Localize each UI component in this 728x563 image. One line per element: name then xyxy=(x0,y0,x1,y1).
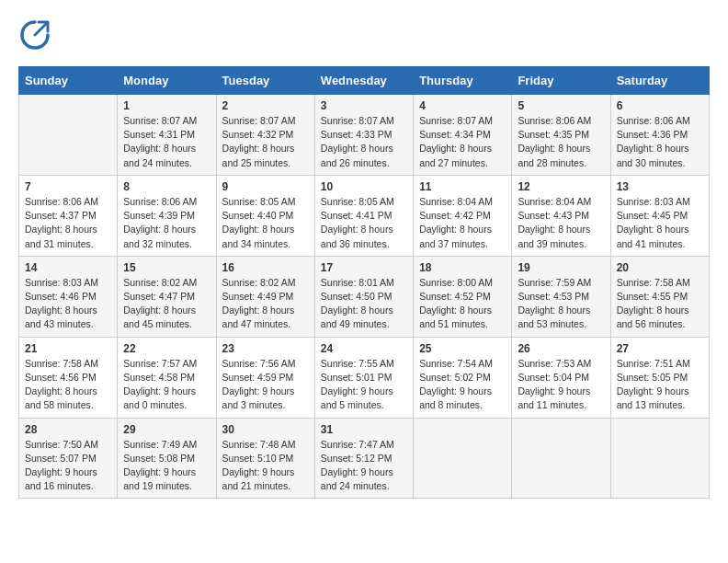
calendar-week-row: 14Sunrise: 8:03 AM Sunset: 4:46 PM Dayli… xyxy=(19,256,710,337)
day-number: 14 xyxy=(25,261,111,274)
day-number: 3 xyxy=(321,99,407,112)
calendar-cell: 18Sunrise: 8:00 AM Sunset: 4:52 PM Dayli… xyxy=(414,256,512,337)
logo xyxy=(18,18,55,52)
day-number: 5 xyxy=(518,99,604,112)
calendar-cell: 6Sunrise: 8:06 AM Sunset: 4:36 PM Daylig… xyxy=(610,95,709,176)
day-info: Sunrise: 8:06 AM Sunset: 4:36 PM Dayligh… xyxy=(617,114,703,170)
day-number: 22 xyxy=(123,342,210,355)
calendar-cell xyxy=(610,418,709,499)
day-info: Sunrise: 7:49 AM Sunset: 5:08 PM Dayligh… xyxy=(123,438,210,494)
weekday-header-row: SundayMondayTuesdayWednesdayThursdayFrid… xyxy=(19,67,710,95)
calendar-week-row: 1Sunrise: 8:07 AM Sunset: 4:31 PM Daylig… xyxy=(19,95,710,176)
day-number: 17 xyxy=(321,261,407,274)
calendar-cell: 26Sunrise: 7:53 AM Sunset: 5:04 PM Dayli… xyxy=(512,337,610,418)
day-number: 11 xyxy=(419,180,506,193)
calendar-cell: 27Sunrise: 7:51 AM Sunset: 5:05 PM Dayli… xyxy=(610,337,709,418)
weekday-header-tuesday: Tuesday xyxy=(216,67,314,95)
weekday-header-thursday: Thursday xyxy=(414,67,512,95)
day-number: 1 xyxy=(123,99,210,112)
day-info: Sunrise: 7:47 AM Sunset: 5:12 PM Dayligh… xyxy=(321,438,407,494)
calendar-cell: 8Sunrise: 8:06 AM Sunset: 4:39 PM Daylig… xyxy=(118,175,216,256)
calendar-cell: 22Sunrise: 7:57 AM Sunset: 4:58 PM Dayli… xyxy=(118,337,216,418)
day-number: 13 xyxy=(617,180,703,193)
calendar-cell: 20Sunrise: 7:58 AM Sunset: 4:55 PM Dayli… xyxy=(610,256,709,337)
day-info: Sunrise: 8:07 AM Sunset: 4:32 PM Dayligh… xyxy=(222,114,309,170)
day-number: 9 xyxy=(222,180,309,193)
calendar-cell: 9Sunrise: 8:05 AM Sunset: 4:40 PM Daylig… xyxy=(216,175,314,256)
day-number: 7 xyxy=(25,180,111,193)
day-info: Sunrise: 8:02 AM Sunset: 4:47 PM Dayligh… xyxy=(123,276,210,332)
day-info: Sunrise: 7:58 AM Sunset: 4:56 PM Dayligh… xyxy=(25,357,111,413)
page-header xyxy=(18,18,710,52)
calendar-cell: 11Sunrise: 8:04 AM Sunset: 4:42 PM Dayli… xyxy=(414,175,512,256)
weekday-header-monday: Monday xyxy=(118,67,216,95)
day-number: 18 xyxy=(419,261,506,274)
calendar-week-row: 7Sunrise: 8:06 AM Sunset: 4:37 PM Daylig… xyxy=(19,175,710,256)
day-info: Sunrise: 7:48 AM Sunset: 5:10 PM Dayligh… xyxy=(222,438,309,494)
day-info: Sunrise: 8:05 AM Sunset: 4:40 PM Dayligh… xyxy=(222,195,309,251)
day-number: 10 xyxy=(321,180,407,193)
day-number: 31 xyxy=(321,423,407,436)
day-info: Sunrise: 7:56 AM Sunset: 4:59 PM Dayligh… xyxy=(222,357,309,413)
day-info: Sunrise: 8:07 AM Sunset: 4:34 PM Dayligh… xyxy=(419,114,506,170)
calendar-cell: 7Sunrise: 8:06 AM Sunset: 4:37 PM Daylig… xyxy=(19,175,118,256)
day-info: Sunrise: 7:59 AM Sunset: 4:53 PM Dayligh… xyxy=(518,276,604,332)
calendar-week-row: 28Sunrise: 7:50 AM Sunset: 5:07 PM Dayli… xyxy=(19,418,710,499)
calendar-cell xyxy=(512,418,610,499)
calendar-cell: 12Sunrise: 8:04 AM Sunset: 4:43 PM Dayli… xyxy=(512,175,610,256)
day-info: Sunrise: 7:53 AM Sunset: 5:04 PM Dayligh… xyxy=(518,357,604,413)
calendar-cell: 30Sunrise: 7:48 AM Sunset: 5:10 PM Dayli… xyxy=(216,418,314,499)
calendar-cell xyxy=(414,418,512,499)
day-info: Sunrise: 8:03 AM Sunset: 4:45 PM Dayligh… xyxy=(617,195,703,251)
day-number: 27 xyxy=(617,342,703,355)
calendar-cell: 3Sunrise: 8:07 AM Sunset: 4:33 PM Daylig… xyxy=(314,95,413,176)
calendar-cell: 25Sunrise: 7:54 AM Sunset: 5:02 PM Dayli… xyxy=(414,337,512,418)
day-number: 21 xyxy=(25,342,111,355)
day-number: 2 xyxy=(222,99,309,112)
day-number: 12 xyxy=(518,180,604,193)
day-number: 23 xyxy=(222,342,309,355)
day-info: Sunrise: 7:58 AM Sunset: 4:55 PM Dayligh… xyxy=(617,276,703,332)
day-number: 20 xyxy=(617,261,703,274)
day-info: Sunrise: 8:02 AM Sunset: 4:49 PM Dayligh… xyxy=(222,276,309,332)
day-info: Sunrise: 8:03 AM Sunset: 4:46 PM Dayligh… xyxy=(25,276,111,332)
calendar-cell xyxy=(19,95,118,176)
day-number: 29 xyxy=(123,423,210,436)
calendar-table: SundayMondayTuesdayWednesdayThursdayFrid… xyxy=(18,66,710,499)
calendar-cell: 31Sunrise: 7:47 AM Sunset: 5:12 PM Dayli… xyxy=(314,418,413,499)
calendar-cell: 24Sunrise: 7:55 AM Sunset: 5:01 PM Dayli… xyxy=(314,337,413,418)
day-number: 28 xyxy=(25,423,111,436)
day-info: Sunrise: 7:55 AM Sunset: 5:01 PM Dayligh… xyxy=(321,357,407,413)
day-number: 30 xyxy=(222,423,309,436)
day-number: 15 xyxy=(123,261,210,274)
day-number: 19 xyxy=(518,261,604,274)
day-info: Sunrise: 8:00 AM Sunset: 4:52 PM Dayligh… xyxy=(419,276,506,332)
day-info: Sunrise: 7:57 AM Sunset: 4:58 PM Dayligh… xyxy=(123,357,210,413)
weekday-header-wednesday: Wednesday xyxy=(314,67,413,95)
logo-icon xyxy=(18,18,51,52)
day-number: 8 xyxy=(123,180,210,193)
day-number: 4 xyxy=(419,99,506,112)
day-info: Sunrise: 8:04 AM Sunset: 4:42 PM Dayligh… xyxy=(419,195,506,251)
day-info: Sunrise: 7:54 AM Sunset: 5:02 PM Dayligh… xyxy=(419,357,506,413)
calendar-cell: 4Sunrise: 8:07 AM Sunset: 4:34 PM Daylig… xyxy=(414,95,512,176)
calendar-cell: 14Sunrise: 8:03 AM Sunset: 4:46 PM Dayli… xyxy=(19,256,118,337)
weekday-header-saturday: Saturday xyxy=(610,67,709,95)
calendar-cell: 19Sunrise: 7:59 AM Sunset: 4:53 PM Dayli… xyxy=(512,256,610,337)
day-number: 16 xyxy=(222,261,309,274)
day-info: Sunrise: 8:05 AM Sunset: 4:41 PM Dayligh… xyxy=(321,195,407,251)
day-info: Sunrise: 8:07 AM Sunset: 4:31 PM Dayligh… xyxy=(123,114,210,170)
calendar-cell: 16Sunrise: 8:02 AM Sunset: 4:49 PM Dayli… xyxy=(216,256,314,337)
day-info: Sunrise: 8:04 AM Sunset: 4:43 PM Dayligh… xyxy=(518,195,604,251)
calendar-cell: 10Sunrise: 8:05 AM Sunset: 4:41 PM Dayli… xyxy=(314,175,413,256)
day-number: 25 xyxy=(419,342,506,355)
day-number: 6 xyxy=(617,99,703,112)
day-info: Sunrise: 8:07 AM Sunset: 4:33 PM Dayligh… xyxy=(321,114,407,170)
calendar-cell: 2Sunrise: 8:07 AM Sunset: 4:32 PM Daylig… xyxy=(216,95,314,176)
day-info: Sunrise: 8:06 AM Sunset: 4:39 PM Dayligh… xyxy=(123,195,210,251)
calendar-cell: 28Sunrise: 7:50 AM Sunset: 5:07 PM Dayli… xyxy=(19,418,118,499)
calendar-cell: 29Sunrise: 7:49 AM Sunset: 5:08 PM Dayli… xyxy=(118,418,216,499)
calendar-cell: 23Sunrise: 7:56 AM Sunset: 4:59 PM Dayli… xyxy=(216,337,314,418)
day-info: Sunrise: 8:06 AM Sunset: 4:37 PM Dayligh… xyxy=(25,195,111,251)
calendar-cell: 5Sunrise: 8:06 AM Sunset: 4:35 PM Daylig… xyxy=(512,95,610,176)
